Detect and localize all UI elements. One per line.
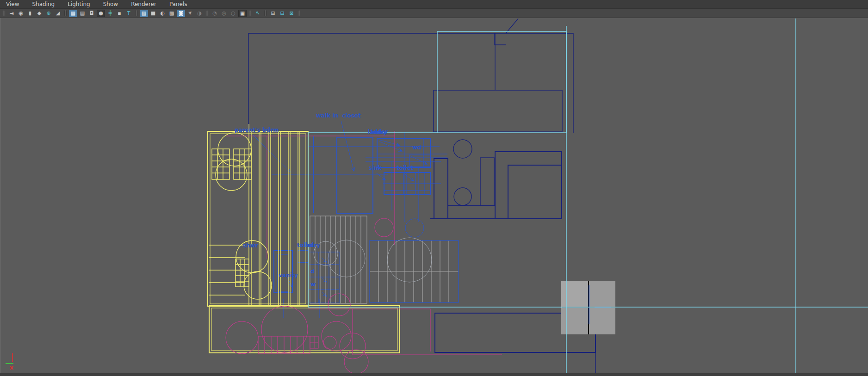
image-plane-icon[interactable]: ▣ xyxy=(238,10,247,17)
dot-layout-icon[interactable]: ▪ xyxy=(115,10,124,17)
label-toilet: toilet xyxy=(397,165,413,171)
menu-item-renderer[interactable]: Renderer xyxy=(125,0,163,8)
text-tool-icon[interactable]: T xyxy=(124,10,133,17)
menu-item-view[interactable]: View xyxy=(0,0,26,8)
label-shwr: shwr xyxy=(243,242,258,249)
panel-menu-bar: ViewShadingLightingShowRendererPanels xyxy=(0,0,868,9)
shadow-sphere-icon[interactable]: ◑ xyxy=(195,10,204,17)
window-bottom-edge xyxy=(0,373,868,376)
menu-item-show[interactable]: Show xyxy=(97,0,125,8)
wireframe-floorplan xyxy=(0,18,868,376)
label-lndry-2: lndry xyxy=(304,242,320,248)
camera-aim-icon[interactable]: ◉ xyxy=(17,10,25,17)
stair-grids xyxy=(310,216,459,303)
maya-viewport-window: ViewShadingLightingShowRendererPanels ◄◉… xyxy=(0,0,868,376)
viewport-left-edge xyxy=(0,18,1,373)
manip-layout-icon[interactable]: ╪ xyxy=(106,10,114,17)
label-w: w xyxy=(310,281,316,288)
shaded-cube-icon[interactable]: ■ xyxy=(149,10,157,17)
panel-toolbar: ◄◉▮◆⊕◢▦▤◘●╪▪T▧■◐▩◙☀◑◔◎○▣↖⊞⊟⊠ xyxy=(0,9,868,18)
viewport-3d[interactable]: rh_3:camera1 x y z parent's bdrmwalk in … xyxy=(0,18,868,373)
sphere-dark-icon[interactable]: ● xyxy=(97,10,105,17)
ring-icon[interactable]: ○ xyxy=(229,10,237,17)
xray-icon[interactable]: ◔ xyxy=(211,10,219,17)
paste-layer-icon[interactable]: ⊟ xyxy=(278,10,286,17)
door-swing-arcs xyxy=(314,238,432,282)
axis-x-label: x xyxy=(10,364,13,371)
label-parents-bdrm: parent's bdrm xyxy=(235,127,279,133)
bookmark-icon[interactable]: ▮ xyxy=(26,10,34,17)
label-vanity: vanity xyxy=(279,272,298,278)
checker-sphere-icon[interactable]: ◙ xyxy=(177,10,185,17)
label-lndry: lndry xyxy=(371,129,387,136)
label-wd: wd xyxy=(412,144,422,151)
navy-walls xyxy=(248,18,595,375)
half-sphere-icon[interactable]: ◐ xyxy=(158,10,167,17)
gray-cross-square xyxy=(561,281,615,334)
isolate-select-icon[interactable]: ⊠ xyxy=(287,10,296,17)
toolbar-group: ▧■◐▩◙☀◑ xyxy=(139,10,204,17)
light-bulb-icon[interactable]: ☀ xyxy=(186,10,194,17)
toolbar-separator xyxy=(64,10,67,16)
ink-pen-icon[interactable]: ◆ xyxy=(35,10,43,17)
persp-layout-icon[interactable]: ◘ xyxy=(87,10,96,17)
toolbar-group: ◄◉▮◆⊕◢ xyxy=(7,10,62,17)
axis-gizmo-lines xyxy=(6,353,13,364)
move-tool-icon[interactable]: ⊕ xyxy=(44,10,53,17)
toolbar-separator xyxy=(298,10,300,16)
toolbar-group: ↖ xyxy=(253,10,262,17)
copy-layer-icon[interactable]: ⊞ xyxy=(269,10,277,17)
menu-item-shading[interactable]: Shading xyxy=(26,0,62,8)
motion-blur-icon[interactable]: ◎ xyxy=(220,10,228,17)
label-walk-in-closet: walk in closet xyxy=(316,112,361,119)
film-layout-icon[interactable]: ▤ xyxy=(78,10,87,17)
toolbar-separator xyxy=(135,10,137,16)
toolbar-group: ◔◎○▣ xyxy=(210,10,247,17)
menu-item-lighting[interactable]: Lighting xyxy=(62,0,97,8)
wireframe-cube-icon[interactable]: ▧ xyxy=(140,10,148,17)
label-d: d xyxy=(310,268,315,275)
menu-item-panels[interactable]: Panels xyxy=(163,0,194,8)
toolbar-separator xyxy=(264,10,267,16)
toolbar-group: ⊞⊟⊠ xyxy=(268,10,296,17)
textured-cube-icon[interactable]: ▩ xyxy=(167,10,176,17)
toolbar-separator xyxy=(3,10,5,16)
toolbar-group: ▦▤◘●╪▪T xyxy=(68,10,133,17)
grid-layout-icon[interactable]: ▦ xyxy=(69,10,77,17)
toolbar-separator xyxy=(249,10,251,16)
camcorder-icon[interactable]: ◄ xyxy=(7,10,16,17)
yellow-bedroom-wireframe xyxy=(208,124,400,353)
brush-tool-icon[interactable]: ◢ xyxy=(54,10,62,17)
select-cursor-icon[interactable]: ↖ xyxy=(254,10,262,17)
label-sink: sink xyxy=(369,165,382,171)
toolbar-separator xyxy=(206,10,208,16)
